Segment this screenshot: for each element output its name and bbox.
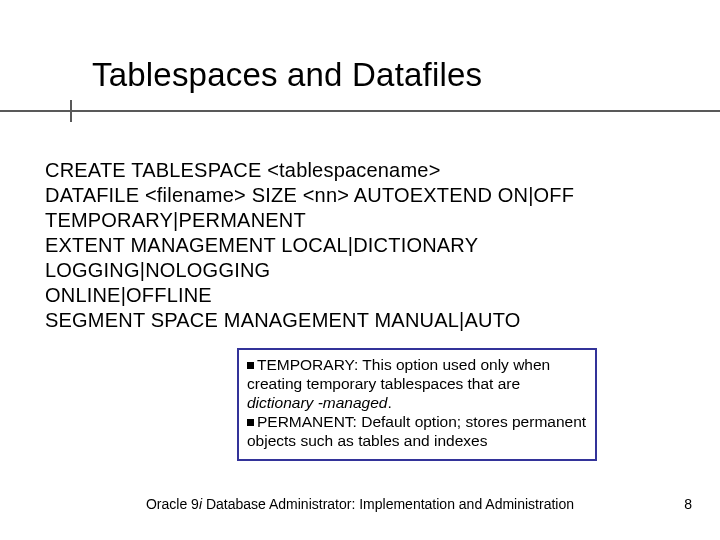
title-area: Tablespaces and Datafiles <box>92 56 690 94</box>
callout-bullet-1: TEMPORARY: This option used only when cr… <box>247 356 587 413</box>
square-bullet-icon <box>247 362 254 369</box>
code-line: EXTENT MANAGEMENT LOCAL|DICTIONARY <box>45 233 680 258</box>
footer-prefix: Oracle 9 <box>146 496 199 512</box>
title-tick <box>70 100 72 122</box>
page-number: 8 <box>684 496 692 512</box>
slide: Tablespaces and Datafiles CREATE TABLESP… <box>0 0 720 540</box>
callout-text: PERMANENT: Default option; stores perman… <box>247 413 586 449</box>
square-bullet-icon <box>247 419 254 426</box>
body-code-block: CREATE TABLESPACE <tablespacename> DATAF… <box>45 158 680 333</box>
page-title: Tablespaces and Datafiles <box>92 56 690 94</box>
callout-text-end: . <box>387 394 391 411</box>
code-line: SEGMENT SPACE MANAGEMENT MANUAL|AUTO <box>45 308 680 333</box>
footer: Oracle 9i Database Administrator: Implem… <box>0 496 720 512</box>
callout-bullet-2: PERMANENT: Default option; stores perman… <box>247 413 587 451</box>
callout-text: TEMPORARY: This option used only when cr… <box>247 356 550 392</box>
code-line: TEMPORARY|PERMANENT <box>45 208 680 233</box>
code-line: ONLINE|OFFLINE <box>45 283 680 308</box>
code-line: DATAFILE <filename> SIZE <nn> AUTOEXTEND… <box>45 183 680 208</box>
callout-italic: dictionary -managed <box>247 394 387 411</box>
code-line: LOGGING|NOLOGGING <box>45 258 680 283</box>
callout-box: TEMPORARY: This option used only when cr… <box>237 348 597 461</box>
title-underline <box>0 110 720 112</box>
code-line: CREATE TABLESPACE <tablespacename> <box>45 158 680 183</box>
footer-rest: Database Administrator: Implementation a… <box>202 496 574 512</box>
